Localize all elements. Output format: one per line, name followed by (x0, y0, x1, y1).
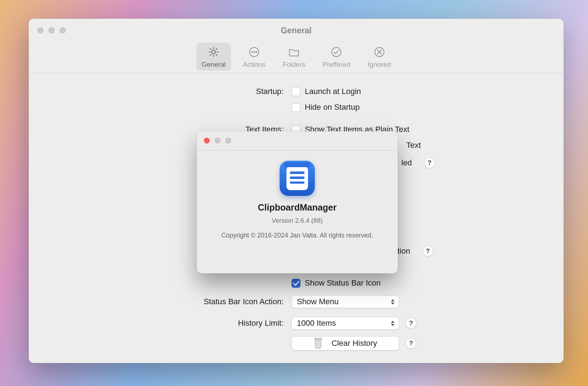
app-copyright: Copyright © 2016-2024 Jan Valta. All rig… (218, 231, 376, 240)
about-titlebar (197, 131, 398, 151)
hide-on-startup-label: Hide on Startup (305, 103, 360, 112)
zoom-icon[interactable] (225, 138, 231, 143)
status-bar-action-value: Show Menu (297, 297, 339, 306)
tab-label: General (201, 61, 226, 69)
launch-at-login-label: Launch at Login (305, 87, 361, 96)
launch-at-login-checkbox[interactable] (291, 87, 300, 96)
history-limit-label: History Limit: (29, 319, 284, 328)
about-window: ClipboardManager Version 2.6.4 (88) Copy… (197, 131, 398, 273)
obscured-text-label: Text (406, 141, 421, 150)
gear-icon (207, 46, 220, 58)
help-button[interactable]: ? (406, 338, 416, 349)
minimize-icon[interactable] (215, 138, 220, 143)
tab-label: Ignored (368, 61, 391, 69)
x-circle-icon (373, 46, 386, 58)
svg-point-3 (254, 52, 255, 53)
help-button[interactable]: ? (424, 157, 435, 168)
app-icon (280, 161, 315, 196)
startup-label: Startup: (29, 87, 284, 96)
close-icon[interactable] (204, 138, 210, 143)
svg-point-2 (252, 52, 253, 53)
stepper-icon (389, 297, 396, 306)
help-button[interactable]: ? (423, 246, 433, 256)
tab-preferred[interactable]: Preffered (318, 43, 356, 71)
app-version: Version 2.6.4 (88) (197, 217, 398, 225)
tab-label: Preffered (323, 61, 351, 69)
show-status-bar-icon-label: Show Status Bar Icon (305, 278, 381, 288)
obscured-led-label: led (401, 158, 412, 168)
ellipsis-circle-icon (248, 46, 261, 58)
tab-general[interactable]: General (196, 43, 231, 71)
app-name: ClipboardManager (197, 202, 398, 213)
svg-point-0 (212, 50, 215, 54)
tab-folders[interactable]: Folders (277, 43, 310, 71)
clear-history-button[interactable]: Clear History (291, 336, 399, 350)
trash-icon (313, 338, 323, 349)
status-bar-action-label: Status Bar Icon Action: (29, 297, 284, 306)
tab-label: Actions (243, 61, 265, 69)
window-title: General (29, 26, 564, 36)
tab-label: Folders (283, 61, 305, 69)
history-limit-select[interactable]: 1000 Items (291, 317, 399, 330)
show-status-bar-icon-checkbox[interactable] (291, 279, 300, 288)
tab-actions[interactable]: Actions (238, 43, 270, 71)
svg-point-5 (332, 47, 341, 57)
svg-point-4 (256, 52, 257, 53)
folder-icon (288, 46, 300, 58)
tab-ignored[interactable]: Ignored (363, 43, 396, 71)
window-controls (204, 138, 231, 143)
stepper-icon (389, 319, 396, 328)
help-button[interactable]: ? (406, 318, 416, 329)
hide-on-startup-checkbox[interactable] (291, 103, 300, 112)
history-limit-value: 1000 Items (297, 319, 336, 328)
checkmark-circle-icon (330, 46, 343, 58)
titlebar: General General Actions Folders (29, 19, 564, 73)
status-bar-action-select[interactable]: Show Menu (291, 295, 399, 308)
prefs-toolbar: General Actions Folders Preffered (29, 43, 564, 71)
clear-history-label: Clear History (331, 339, 377, 348)
